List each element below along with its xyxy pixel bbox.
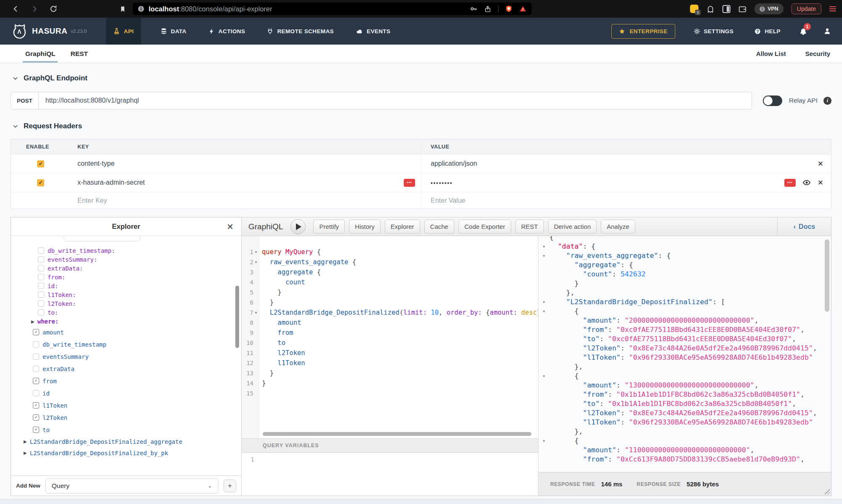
editor-horizontal-scrollbar[interactable] — [263, 432, 531, 436]
checkbox[interactable]: ✓ — [33, 414, 39, 421]
explorer-item-l2token[interactable]: ✓l2Token — [11, 411, 241, 424]
explorer-item-extradata[interactable]: extraData: — [11, 264, 241, 273]
endpoint-url-input[interactable]: http://localhost:8080/v1/graphql — [39, 92, 752, 109]
code-line[interactable]: 4 count — [242, 277, 538, 287]
ghost-extension-icon[interactable] — [706, 5, 714, 13]
explorer-item-extradata[interactable]: extraData — [11, 363, 241, 375]
site-info-icon[interactable] — [138, 5, 144, 12]
checkbox[interactable] — [38, 309, 44, 316]
checkbox[interactable] — [33, 366, 39, 372]
wallet-icon[interactable] — [738, 5, 746, 13]
checkbox[interactable]: ✓ — [33, 402, 39, 409]
code-line[interactable]: 5 } — [242, 287, 538, 297]
code-line[interactable]: 13 } — [242, 368, 538, 378]
extension-fill-icon[interactable]: ••• — [404, 179, 415, 187]
shield-icon[interactable] — [505, 5, 512, 13]
explorer-item-l1token[interactable]: l1Token: — [11, 290, 241, 299]
code-line[interactable]: 1▾query MyQuery { — [242, 247, 538, 257]
explorer-item-l2standardbridge-depositfinalized-aggregate[interactable]: ▶L2StandardBridge_DepositFinalized_aggre… — [11, 436, 241, 447]
reload-icon[interactable] — [50, 5, 57, 13]
remove-header-icon[interactable]: ✕ — [818, 159, 823, 168]
checkbox[interactable] — [33, 353, 39, 360]
header-key[interactable]: content-type — [70, 154, 421, 173]
settings-button[interactable]: SETTINGS — [691, 28, 736, 34]
explorer-item-id[interactable]: id: — [11, 281, 241, 290]
fold-arrow-icon[interactable]: ▾ — [253, 257, 258, 267]
tab-graphiql[interactable]: GraphiQL — [25, 45, 55, 63]
sidebar-extension-icon[interactable] — [722, 5, 730, 13]
code-line[interactable]: 11 l2Token — [242, 348, 538, 358]
code-line[interactable]: 6 } — [242, 297, 538, 308]
toolbar-button-history[interactable]: History — [349, 220, 381, 233]
toolbar-button-cache[interactable]: Cache — [424, 220, 454, 233]
enable-checkbox[interactable]: ✓ — [37, 179, 44, 186]
checkbox[interactable] — [38, 300, 44, 307]
link-allow-list[interactable]: Allow List — [756, 50, 786, 57]
toolbar-button-explorer[interactable]: Explorer — [385, 220, 420, 233]
explorer-item-from[interactable]: from: — [11, 273, 241, 281]
notes-extension-icon[interactable]: 1 — [690, 5, 698, 13]
bookmark-icon[interactable] — [120, 5, 126, 13]
fold-arrow-icon[interactable]: ▾ — [538, 251, 549, 260]
resize-handle[interactable] — [823, 488, 830, 494]
expand-arrow-icon[interactable]: ▶ — [24, 451, 27, 455]
header-key[interactable]: x-hasura-admin-secret — [77, 179, 145, 186]
checkbox[interactable]: ✓ — [33, 427, 39, 433]
info-icon[interactable]: i — [823, 97, 831, 105]
explorer-item-where[interactable]: ▶where: — [11, 317, 241, 326]
explorer-item-l2token[interactable]: l2Token: — [11, 299, 241, 308]
share-icon[interactable] — [484, 5, 491, 13]
back-icon[interactable] — [12, 5, 19, 13]
nav-tab-events[interactable]: EVENTS — [353, 18, 393, 45]
code-line[interactable]: 3 aggregate { — [242, 267, 538, 277]
notifications-button[interactable]: 1 — [799, 27, 807, 35]
add-operation-button[interactable]: + — [224, 480, 236, 492]
section-request-headers[interactable]: Request Headers — [13, 122, 842, 130]
operation-type-select[interactable]: Query ⌄ — [45, 478, 218, 493]
argument-input-partial[interactable] — [64, 236, 140, 241]
execute-button[interactable] — [290, 219, 306, 234]
vpn-button[interactable]: VPN — [754, 3, 783, 14]
explorer-item-l2standardbridge-depositfinalized-by-pk[interactable]: ▶L2StandardBridge_DepositFinalized_by_pk — [11, 447, 241, 459]
extension-fill-icon[interactable]: ••• — [784, 179, 796, 187]
explorer-item-from[interactable]: ✓from — [11, 375, 241, 387]
code-line[interactable]: 15 — [242, 388, 538, 398]
code-line[interactable]: 9 from — [242, 328, 538, 338]
reveal-eye-icon[interactable] — [802, 178, 811, 187]
explorer-item-to[interactable]: to: — [11, 308, 241, 317]
checkbox[interactable] — [38, 292, 44, 298]
nav-tab-actions[interactable]: ACTIONS — [206, 18, 248, 45]
explorer-item-amount[interactable]: ✓amount — [11, 326, 241, 338]
menu-icon[interactable] — [829, 6, 836, 11]
explorer-item-db-write-timestamp[interactable]: db_write_timestamp — [11, 338, 241, 350]
code-line[interactable]: 12 l1Token — [242, 358, 538, 368]
code-line[interactable]: 7▾ L2StandardBridge_DepositFinalized(lim… — [242, 308, 538, 318]
toolbar-button-rest[interactable]: REST — [515, 220, 544, 233]
checkbox[interactable] — [38, 274, 44, 280]
profile-button[interactable] — [823, 27, 831, 35]
query-editor[interactable]: 1▾query MyQuery {2▾ raw_events_aggregate… — [242, 236, 538, 438]
new-value-input[interactable]: Enter Value — [421, 192, 831, 209]
new-key-input[interactable]: Enter Key — [70, 192, 421, 209]
help-button[interactable]: HELP — [752, 28, 783, 34]
toolbar-button-prettify[interactable]: Prettify — [313, 220, 345, 233]
nav-tab-data[interactable]: DATA — [158, 18, 189, 45]
close-icon[interactable]: ✕ — [226, 222, 234, 232]
warning-icon[interactable] — [519, 5, 527, 13]
header-value[interactable]: application/json — [431, 160, 477, 167]
key-icon[interactable] — [470, 5, 477, 13]
toolbar-button-code-exporter[interactable]: Code Exporter — [458, 220, 511, 233]
query-variables-bar[interactable]: QUERY VARIABLES — [242, 438, 538, 453]
enable-checkbox[interactable]: ✓ — [37, 160, 44, 167]
checkbox[interactable] — [38, 256, 44, 263]
forward-icon[interactable] — [31, 5, 38, 13]
section-graphql-endpoint[interactable]: GraphQL Endpoint — [13, 74, 842, 82]
checkbox[interactable] — [38, 265, 44, 271]
fold-arrow-icon[interactable]: ▾ — [538, 297, 549, 307]
docs-link[interactable]: ‹Docs — [777, 218, 831, 236]
code-line[interactable]: 8 amount — [242, 318, 538, 328]
fold-arrow-icon[interactable]: ▾ — [538, 307, 549, 316]
update-button[interactable]: Update — [791, 3, 821, 14]
code-line[interactable]: 14} — [242, 378, 538, 388]
link-security[interactable]: Security — [805, 50, 830, 57]
